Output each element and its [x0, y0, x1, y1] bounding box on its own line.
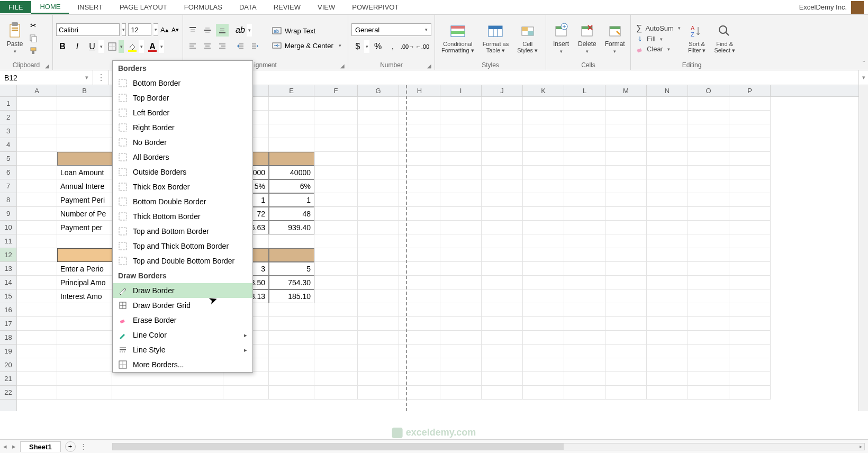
cell[interactable]	[482, 138, 523, 152]
menu-item-top-and-double-bottom-border[interactable]: Top and Double Bottom Border	[113, 253, 252, 268]
cell[interactable]	[358, 111, 399, 124]
cell[interactable]	[358, 303, 399, 317]
cell[interactable]	[605, 372, 647, 386]
cell[interactable]	[440, 152, 482, 166]
cell[interactable]: 40000	[269, 166, 314, 179]
clear-button[interactable]: Clear▾	[634, 44, 683, 53]
cell[interactable]	[482, 97, 523, 111]
cell[interactable]	[647, 276, 688, 289]
cell[interactable]	[564, 124, 605, 138]
cell[interactable]	[358, 331, 399, 345]
cell[interactable]	[314, 317, 358, 331]
cell[interactable]	[269, 358, 314, 372]
cell[interactable]	[399, 358, 440, 372]
cell[interactable]	[647, 248, 688, 262]
font-name-dropdown[interactable]: ▾	[122, 23, 126, 36]
cell[interactable]	[605, 317, 647, 331]
cut-icon[interactable]: ✂	[29, 21, 38, 30]
cell[interactable]	[523, 111, 564, 124]
cell[interactable]	[17, 276, 57, 289]
column-header[interactable]: N	[647, 85, 688, 96]
menu-item-bottom-border[interactable]: Bottom Border	[113, 76, 252, 90]
cell[interactable]	[523, 221, 564, 234]
cell[interactable]	[688, 234, 729, 248]
cell[interactable]	[647, 97, 688, 111]
cell[interactable]	[358, 372, 399, 386]
fill-color-dropdown[interactable]: ▾	[139, 40, 144, 53]
cell[interactable]	[605, 207, 647, 221]
cell[interactable]	[399, 372, 440, 386]
conditional-formatting-button[interactable]: ConditionalFormatting ▾	[438, 22, 477, 55]
cell[interactable]	[358, 262, 399, 276]
font-size-input[interactable]	[128, 23, 151, 36]
cell[interactable]	[605, 276, 647, 289]
cell[interactable]	[57, 152, 112, 166]
cell[interactable]	[564, 386, 605, 400]
cell[interactable]	[314, 234, 358, 248]
cell[interactable]	[440, 289, 482, 303]
cell[interactable]	[523, 193, 564, 207]
copy-icon[interactable]	[29, 33, 38, 43]
number-format-dropdown[interactable]: General▾	[351, 23, 431, 36]
format-cells-button[interactable]: Format▾	[602, 21, 628, 55]
cell[interactable]	[17, 138, 57, 152]
cell[interactable]	[399, 248, 440, 262]
cell[interactable]	[314, 111, 358, 124]
autosum-button[interactable]: ∑AutoSum▾	[634, 23, 683, 33]
cell[interactable]	[482, 331, 523, 345]
cell[interactable]	[523, 97, 564, 111]
cell[interactable]	[564, 193, 605, 207]
tab-file[interactable]: FILE	[0, 1, 31, 13]
cell[interactable]	[17, 262, 57, 276]
cell[interactable]	[314, 358, 358, 372]
percent-format-icon[interactable]: %	[372, 40, 384, 53]
menu-item-line-style[interactable]: Line Style▸	[113, 342, 252, 357]
cell[interactable]	[17, 111, 57, 124]
cell[interactable]	[688, 207, 729, 221]
cell[interactable]	[564, 262, 605, 276]
cell[interactable]	[399, 289, 440, 303]
column-header[interactable]: J	[482, 85, 523, 96]
menu-item-draw-border[interactable]: Draw Border	[113, 283, 252, 298]
cell[interactable]	[314, 166, 358, 179]
cell[interactable]	[17, 248, 57, 262]
cell[interactable]	[482, 345, 523, 358]
cell[interactable]	[57, 124, 112, 138]
cell[interactable]	[440, 276, 482, 289]
cell[interactable]	[523, 358, 564, 372]
vertical-scrollbar[interactable]	[858, 85, 868, 411]
cell[interactable]	[17, 234, 57, 248]
cell[interactable]	[688, 111, 729, 124]
cell[interactable]: 5	[269, 262, 314, 276]
increase-font-icon[interactable]: A▴	[160, 23, 169, 36]
cell[interactable]	[269, 331, 314, 345]
cell[interactable]	[482, 372, 523, 386]
menu-item-thick-box-border[interactable]: Thick Box Border	[113, 179, 252, 194]
column-header[interactable]: O	[688, 85, 729, 96]
cell[interactable]	[482, 303, 523, 317]
cell[interactable]	[399, 97, 440, 111]
font-color-dropdown[interactable]: ▾	[159, 40, 164, 53]
borders-dropdown[interactable]: ▾	[119, 40, 124, 53]
row-header[interactable]: 20	[0, 358, 16, 372]
cell[interactable]	[729, 221, 771, 234]
cell[interactable]	[17, 358, 57, 372]
orientation-dropdown[interactable]: ▾	[247, 24, 252, 37]
cell[interactable]	[688, 166, 729, 179]
cell[interactable]	[482, 221, 523, 234]
cell[interactable]	[314, 289, 358, 303]
font-size-dropdown[interactable]: ▾	[153, 23, 158, 36]
cell[interactable]	[57, 386, 112, 400]
cell[interactable]	[17, 289, 57, 303]
row-header[interactable]: 21	[0, 372, 16, 386]
cell[interactable]	[729, 262, 771, 276]
format-painter-icon[interactable]	[29, 46, 38, 56]
cell[interactable]	[440, 248, 482, 262]
cell[interactable]	[523, 248, 564, 262]
cell[interactable]	[440, 372, 482, 386]
cell[interactable]	[17, 179, 57, 193]
borders-button[interactable]	[106, 40, 119, 53]
cell[interactable]	[605, 179, 647, 193]
cell[interactable]	[564, 276, 605, 289]
cell[interactable]	[57, 331, 112, 345]
